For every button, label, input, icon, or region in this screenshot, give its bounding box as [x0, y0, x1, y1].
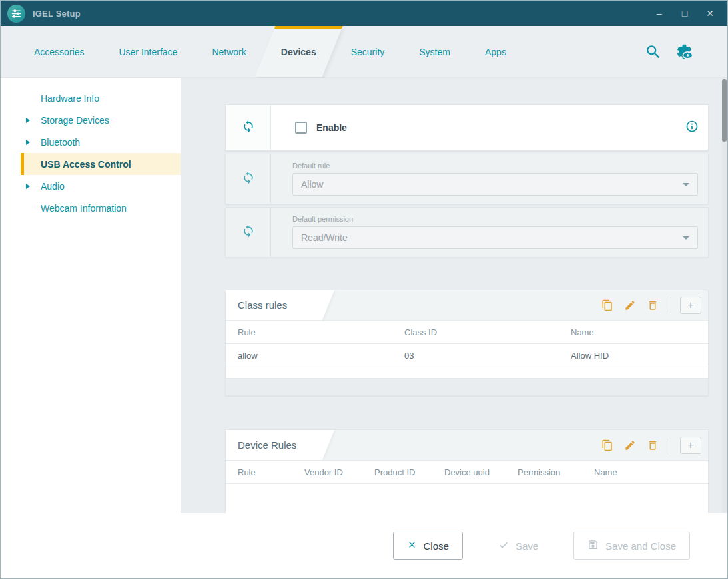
footer-bar: Close Save Save and Close [1, 513, 727, 578]
igel-setup-window: IGEL Setup – □ ✕ Accessories User Interf… [0, 0, 728, 579]
tab-network[interactable]: Network [194, 26, 263, 77]
window-title: IGEL Setup [33, 9, 81, 19]
igel-logo-icon [7, 5, 25, 23]
class-rules-footer [226, 378, 708, 395]
class-rules-column-headers: Rule Class ID Name [226, 321, 708, 344]
sidebar-item-audio[interactable]: Audio [1, 175, 181, 197]
tab-user-interface[interactable]: User Interface [101, 26, 194, 77]
delete-icon[interactable] [643, 297, 662, 314]
save-button[interactable]: Save [484, 532, 552, 560]
sidebar-item-hardware-info[interactable]: Hardware Info [1, 87, 181, 109]
default-permission-value: Read/Write [301, 232, 348, 243]
table-row[interactable]: allow 03 Allow HID [226, 344, 708, 367]
usb-access-control-panel: Enable Default rule Allow [181, 78, 727, 514]
settings-eye-icon[interactable] [674, 42, 694, 62]
sync-icon[interactable] [242, 120, 255, 136]
edit-icon[interactable] [621, 437, 639, 454]
default-permission-label: Default permission [292, 215, 698, 223]
save-and-close-button[interactable]: Save and Close [573, 532, 690, 560]
expand-arrow-icon[interactable] [26, 184, 30, 189]
dropdown-caret-icon [683, 236, 689, 240]
class-rules-title: Class rules [238, 299, 287, 311]
default-permission-card: Default permission Read/Write [225, 207, 709, 258]
device-rules-column-headers: Rule Vendor ID Product ID Device uuid Pe… [226, 461, 708, 484]
class-rules-card: Class rules + [225, 290, 709, 396]
dropdown-caret-icon [683, 183, 689, 186]
minimize-icon[interactable]: – [649, 5, 670, 22]
default-rule-value: Allow [301, 179, 323, 190]
default-rule-label: Default rule [292, 162, 698, 170]
tab-devices[interactable]: Devices [264, 26, 334, 77]
tab-security[interactable]: Security [334, 26, 402, 77]
expand-arrow-icon[interactable] [26, 140, 30, 145]
enable-card: Enable [225, 104, 709, 151]
default-rule-card: Default rule Allow [225, 154, 709, 204]
add-device-rule-button[interactable]: + [680, 437, 701, 454]
enable-checkbox[interactable] [295, 122, 307, 134]
sidebar-item-storage-devices[interactable]: Storage Devices [1, 109, 181, 131]
device-rules-card: Device Rules + [225, 429, 709, 514]
reset-cell [226, 105, 271, 150]
enable-row: Enable [295, 105, 708, 150]
close-x-icon [407, 540, 417, 552]
sync-icon[interactable] [242, 224, 255, 240]
close-window-icon[interactable]: ✕ [699, 5, 721, 22]
sidebar-item-usb-access-control[interactable]: USB Access Control [1, 153, 181, 175]
class-rules-header: Class rules + [226, 290, 708, 321]
copy-icon[interactable] [598, 297, 617, 314]
scrollbar-thumb[interactable] [722, 79, 727, 142]
maximize-icon[interactable]: □ [674, 5, 695, 22]
default-rule-select[interactable]: Allow [292, 173, 698, 196]
title-bar: IGEL Setup – □ ✕ [1, 1, 727, 26]
device-rules-header: Device Rules + [226, 430, 708, 461]
default-permission-select[interactable]: Read/Write [292, 226, 698, 249]
window-controls: – □ ✕ [649, 5, 721, 22]
edit-icon[interactable] [621, 297, 639, 314]
scrollbar[interactable] [722, 79, 727, 513]
add-class-rule-button[interactable]: + [680, 297, 701, 314]
reset-cell [226, 154, 271, 204]
close-button[interactable]: Close [393, 532, 463, 560]
expand-arrow-icon[interactable] [26, 118, 30, 123]
info-icon[interactable] [685, 120, 699, 136]
tab-system[interactable]: System [402, 26, 468, 77]
divider [671, 437, 671, 453]
sync-icon[interactable] [242, 171, 255, 187]
copy-icon[interactable] [598, 437, 617, 454]
delete-icon[interactable] [643, 437, 662, 454]
sidebar-item-webcam-information[interactable]: Webcam Information [1, 197, 181, 219]
reset-cell [226, 208, 271, 257]
device-rules-title: Device Rules [238, 439, 296, 451]
divider [671, 297, 671, 313]
tab-bar: Accessories User Interface Network Devic… [1, 26, 727, 78]
tab-accessories[interactable]: Accessories [17, 26, 101, 77]
sidebar-item-bluetooth[interactable]: Bluetooth [1, 131, 181, 153]
check-icon [498, 540, 509, 552]
save-floppy-icon [587, 539, 599, 552]
search-icon[interactable] [643, 42, 663, 62]
tab-apps[interactable]: Apps [468, 26, 524, 77]
content-area: Hardware Info Storage Devices Bluetooth … [1, 78, 727, 514]
enable-label: Enable [316, 122, 347, 133]
sidebar: Hardware Info Storage Devices Bluetooth … [1, 78, 181, 514]
